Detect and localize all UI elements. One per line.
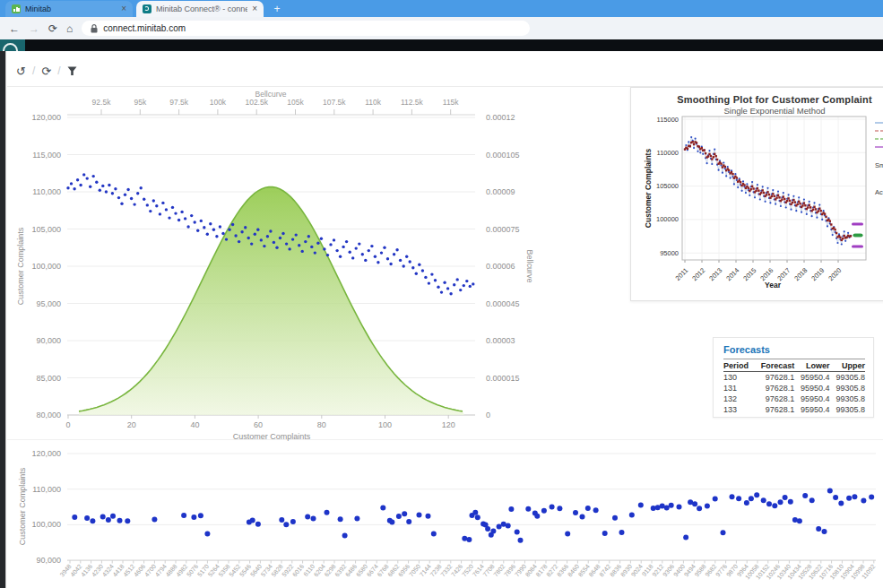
svg-text:85,000: 85,000 xyxy=(36,374,61,383)
table-cell: 97628.1 xyxy=(754,383,794,393)
svg-text:115,000: 115,000 xyxy=(32,151,61,160)
svg-text:100,000: 100,000 xyxy=(31,520,61,529)
svg-text:120: 120 xyxy=(442,420,455,429)
svg-text:Bellcurve: Bellcurve xyxy=(525,249,534,282)
svg-text:2015: 2015 xyxy=(741,266,757,282)
smoothing-plot-panel: Smoothing Plot for Customer Complaint Si… xyxy=(630,87,883,301)
browser-window: Minitab × Minitab Connect® - connect.min… xyxy=(0,0,883,588)
svg-text:Year: Year xyxy=(765,281,782,290)
forecasts-panel: Forecasts PeriodForecastLowerUpper 13097… xyxy=(713,337,874,418)
tab-label: Minitab Connect® - connect.min xyxy=(156,4,247,13)
bellcurve-area xyxy=(79,187,464,415)
svg-text:95k: 95k xyxy=(134,98,146,107)
svg-text:20: 20 xyxy=(127,420,136,429)
svg-text:0.000015: 0.000015 xyxy=(486,374,520,383)
svg-text:100,000: 100,000 xyxy=(31,262,61,271)
svg-text:100k: 100k xyxy=(210,98,227,107)
minitab-connect-favicon-icon xyxy=(143,4,151,13)
svg-text:60: 60 xyxy=(254,420,263,429)
svg-text:102.5k: 102.5k xyxy=(245,98,268,107)
forecast-points xyxy=(853,234,862,238)
smoothing-plot: 1150001100001050001000009500020112012201… xyxy=(631,116,883,299)
lock-icon xyxy=(91,24,98,33)
svg-text:0: 0 xyxy=(486,411,490,419)
svg-text:115k: 115k xyxy=(443,98,460,107)
svg-text:Customer Complaints: Customer Complaints xyxy=(16,227,25,305)
svg-text:100000: 100000 xyxy=(656,215,679,223)
svg-text:Customer Complaints: Customer Complaints xyxy=(233,432,311,441)
reload-icon[interactable]: ⟳ xyxy=(48,22,57,35)
svg-text:2019: 2019 xyxy=(809,266,826,282)
svg-text:107.5k: 107.5k xyxy=(323,98,346,107)
svg-text:90,000: 90,000 xyxy=(36,336,61,345)
svg-text:0.00003: 0.00003 xyxy=(486,336,515,345)
table-cell: 95950.4 xyxy=(794,404,829,415)
chart-title: Smoothing Plot for Customer Complaint xyxy=(631,94,883,105)
back-icon[interactable]: ← xyxy=(9,22,20,35)
svg-text:110000: 110000 xyxy=(657,149,679,157)
refresh-icon[interactable]: ⟳ xyxy=(41,65,51,78)
legend: SmAc xyxy=(875,123,883,196)
svg-text:2018: 2018 xyxy=(792,266,809,282)
svg-text:0.000045: 0.000045 xyxy=(486,299,520,308)
url-text: connect.minitab.com xyxy=(103,23,186,33)
svg-text:95000: 95000 xyxy=(660,249,679,257)
column-header: Period xyxy=(723,359,754,372)
forecasts-title: Forecasts xyxy=(723,344,865,355)
svg-text:40: 40 xyxy=(190,420,199,429)
column-header: Upper xyxy=(830,359,865,372)
table-cell: 99305.8 xyxy=(830,372,865,384)
svg-text:9024: 9024 xyxy=(630,563,644,578)
bellcurve-scatter-chart: 120,0000.00012115,0000.000105110,0000.00… xyxy=(9,90,587,444)
table-cell: 97628.1 xyxy=(754,404,794,415)
svg-text:112.5k: 112.5k xyxy=(401,98,424,107)
tab-minitab-connect[interactable]: Minitab Connect® - connect.min × xyxy=(136,1,264,17)
minitab-favicon-icon xyxy=(12,4,21,13)
table-cell: 132 xyxy=(723,393,754,404)
dashboard-toolbar: ↺ / ⟳ / xyxy=(16,60,77,82)
tab-close-icon[interactable]: × xyxy=(121,4,126,13)
filter-icon[interactable] xyxy=(67,66,77,76)
svg-text:0.00012: 0.00012 xyxy=(486,113,515,122)
table-row: 13097628.195950.499305.8 xyxy=(723,372,865,384)
column-header: Lower xyxy=(794,359,829,372)
new-tab-button[interactable]: + xyxy=(271,3,283,15)
history-icon[interactable]: ↺ xyxy=(16,65,26,78)
svg-text:97.5k: 97.5k xyxy=(169,98,189,107)
forward-icon[interactable]: → xyxy=(29,22,39,35)
svg-text:115000: 115000 xyxy=(657,116,679,124)
svg-text:80,000: 80,000 xyxy=(36,411,61,419)
table-cell: 97628.1 xyxy=(754,393,794,404)
svg-text:0.00006: 0.00006 xyxy=(486,262,515,271)
svg-text:2013: 2013 xyxy=(707,266,723,282)
dashboard-content: ↺ / ⟳ / 120,0000.00012115,0000.000105110… xyxy=(7,51,883,588)
table-cell: 99305.8 xyxy=(830,383,865,393)
tab-close-icon[interactable]: × xyxy=(252,4,257,13)
table-cell: 131 xyxy=(723,383,754,393)
address-bar[interactable]: connect.minitab.com xyxy=(82,21,530,36)
svg-text:80: 80 xyxy=(317,420,326,429)
table-cell: 95950.4 xyxy=(794,383,829,393)
forecasts-table: PeriodForecastLowerUpper 13097628.195950… xyxy=(723,359,865,415)
svg-text:0.00009: 0.00009 xyxy=(486,187,515,196)
table-cell: 95950.4 xyxy=(794,393,829,404)
home-icon[interactable]: ⌂ xyxy=(66,22,73,35)
svg-text:120,000: 120,000 xyxy=(31,113,61,122)
collapsed-side-panel[interactable] xyxy=(0,51,6,588)
svg-text:120,000: 120,000 xyxy=(31,449,61,458)
minitab-connect-logo xyxy=(0,39,25,51)
svg-text:110,000: 110,000 xyxy=(32,485,61,494)
browser-toolbar: ← → ⟳ ⌂ connect.minitab.com xyxy=(0,17,883,39)
separator: / xyxy=(57,65,60,77)
table-row: 13397628.195950.499305.8 xyxy=(723,404,865,415)
svg-text:110,000: 110,000 xyxy=(32,187,61,196)
tab-minitab[interactable]: Minitab × xyxy=(5,1,133,17)
svg-text:0.000075: 0.000075 xyxy=(486,225,520,234)
svg-text:0: 0 xyxy=(65,420,70,429)
table-cell: 99305.8 xyxy=(830,393,865,404)
svg-text:Bellcurve: Bellcurve xyxy=(255,90,287,99)
table-header-row: PeriodForecastLowerUpper xyxy=(723,359,865,372)
column-header: Forecast xyxy=(754,359,794,372)
table-cell: 99305.8 xyxy=(830,404,865,415)
bottom-scatter-chart: 120,000110,000100,00090,0003948404241364… xyxy=(9,444,883,588)
